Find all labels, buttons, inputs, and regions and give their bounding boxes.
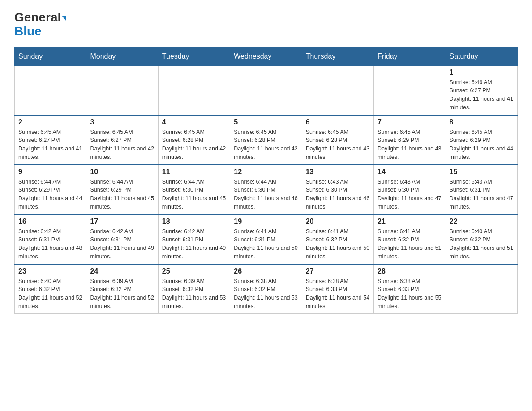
- calendar-cell: [374, 65, 446, 115]
- calendar-cell: [86, 65, 158, 115]
- day-info: Sunrise: 6:45 AMSunset: 6:29 PMDaylight:…: [450, 128, 514, 162]
- day-number: 11: [162, 168, 226, 176]
- calendar-cell: 25Sunrise: 6:39 AMSunset: 6:32 PMDayligh…: [158, 264, 230, 314]
- calendar-cell: [15, 65, 86, 115]
- calendar-cell: 15Sunrise: 6:43 AMSunset: 6:31 PMDayligh…: [446, 165, 517, 214]
- day-info: Sunrise: 6:45 AMSunset: 6:28 PMDaylight:…: [162, 128, 226, 162]
- day-info: Sunrise: 6:45 AMSunset: 6:28 PMDaylight:…: [306, 128, 370, 162]
- day-info: Sunrise: 6:43 AMSunset: 6:30 PMDaylight:…: [306, 178, 370, 211]
- calendar-week-row: 1Sunrise: 6:46 AMSunset: 6:27 PMDaylight…: [15, 65, 518, 115]
- day-number: 3: [90, 118, 154, 126]
- calendar-cell: 16Sunrise: 6:42 AMSunset: 6:31 PMDayligh…: [15, 214, 86, 264]
- calendar-table: SundayMondayTuesdayWednesdayThursdayFrid…: [14, 47, 518, 314]
- calendar-cell: 6Sunrise: 6:45 AMSunset: 6:28 PMDaylight…: [302, 115, 373, 165]
- calendar-cell: [158, 65, 230, 115]
- day-info: Sunrise: 6:44 AMSunset: 6:29 PMDaylight:…: [90, 178, 154, 211]
- calendar-week-row: 2Sunrise: 6:45 AMSunset: 6:27 PMDaylight…: [15, 115, 518, 165]
- day-info: Sunrise: 6:39 AMSunset: 6:32 PMDaylight:…: [162, 277, 226, 311]
- weekday-header-tuesday: Tuesday: [158, 47, 230, 65]
- day-info: Sunrise: 6:38 AMSunset: 6:33 PMDaylight:…: [378, 277, 442, 311]
- day-info: Sunrise: 6:38 AMSunset: 6:33 PMDaylight:…: [306, 277, 370, 311]
- calendar-cell: 7Sunrise: 6:45 AMSunset: 6:29 PMDaylight…: [374, 115, 446, 165]
- day-info: Sunrise: 6:41 AMSunset: 6:32 PMDaylight:…: [306, 227, 370, 261]
- calendar-cell: 24Sunrise: 6:39 AMSunset: 6:32 PMDayligh…: [86, 264, 158, 314]
- calendar-cell: 8Sunrise: 6:45 AMSunset: 6:29 PMDaylight…: [446, 115, 517, 165]
- day-info: Sunrise: 6:45 AMSunset: 6:27 PMDaylight:…: [90, 128, 154, 162]
- day-number: 7: [378, 118, 442, 126]
- day-info: Sunrise: 6:45 AMSunset: 6:28 PMDaylight:…: [234, 128, 298, 162]
- day-number: 22: [450, 218, 514, 226]
- logo-general: General: [14, 11, 66, 25]
- day-info: Sunrise: 6:40 AMSunset: 6:32 PMDaylight:…: [18, 277, 82, 311]
- day-number: 2: [18, 118, 82, 126]
- day-number: 15: [450, 168, 514, 176]
- calendar-cell: 20Sunrise: 6:41 AMSunset: 6:32 PMDayligh…: [302, 214, 373, 264]
- day-info: Sunrise: 6:38 AMSunset: 6:32 PMDaylight:…: [234, 277, 298, 311]
- day-number: 1: [450, 68, 514, 77]
- weekday-header-saturday: Saturday: [446, 47, 517, 65]
- calendar-cell: [230, 65, 302, 115]
- day-number: 8: [450, 118, 514, 126]
- logo: General Blue: [14, 11, 66, 39]
- calendar-cell: 19Sunrise: 6:41 AMSunset: 6:31 PMDayligh…: [230, 214, 302, 264]
- calendar-cell: 2Sunrise: 6:45 AMSunset: 6:27 PMDaylight…: [15, 115, 86, 165]
- calendar-header-row: SundayMondayTuesdayWednesdayThursdayFrid…: [15, 47, 518, 65]
- calendar-cell: 27Sunrise: 6:38 AMSunset: 6:33 PMDayligh…: [302, 264, 373, 314]
- day-number: 27: [306, 267, 370, 275]
- day-number: 17: [90, 218, 154, 226]
- day-number: 24: [90, 267, 154, 275]
- day-info: Sunrise: 6:44 AMSunset: 6:30 PMDaylight:…: [234, 178, 298, 211]
- day-info: Sunrise: 6:42 AMSunset: 6:31 PMDaylight:…: [162, 227, 226, 261]
- calendar-week-row: 23Sunrise: 6:40 AMSunset: 6:32 PMDayligh…: [15, 264, 518, 314]
- calendar-cell: 4Sunrise: 6:45 AMSunset: 6:28 PMDaylight…: [158, 115, 230, 165]
- calendar-cell: [446, 264, 517, 314]
- calendar-cell: 18Sunrise: 6:42 AMSunset: 6:31 PMDayligh…: [158, 214, 230, 264]
- calendar-week-row: 16Sunrise: 6:42 AMSunset: 6:31 PMDayligh…: [15, 214, 518, 264]
- day-number: 18: [162, 218, 226, 226]
- calendar-cell: 9Sunrise: 6:44 AMSunset: 6:29 PMDaylight…: [15, 165, 86, 214]
- day-info: Sunrise: 6:42 AMSunset: 6:31 PMDaylight:…: [90, 227, 154, 261]
- day-number: 14: [378, 168, 442, 176]
- day-number: 12: [234, 168, 298, 176]
- calendar-cell: 1Sunrise: 6:46 AMSunset: 6:27 PMDaylight…: [446, 65, 517, 115]
- calendar-week-row: 9Sunrise: 6:44 AMSunset: 6:29 PMDaylight…: [15, 165, 518, 214]
- day-info: Sunrise: 6:43 AMSunset: 6:30 PMDaylight:…: [378, 178, 442, 211]
- calendar-cell: 17Sunrise: 6:42 AMSunset: 6:31 PMDayligh…: [86, 214, 158, 264]
- day-number: 20: [306, 218, 370, 226]
- calendar-cell: 3Sunrise: 6:45 AMSunset: 6:27 PMDaylight…: [86, 115, 158, 165]
- day-number: 21: [378, 218, 442, 226]
- day-number: 6: [306, 118, 370, 126]
- calendar-cell: 23Sunrise: 6:40 AMSunset: 6:32 PMDayligh…: [15, 264, 86, 314]
- page-header: General Blue: [14, 11, 518, 39]
- calendar-cell: 13Sunrise: 6:43 AMSunset: 6:30 PMDayligh…: [302, 165, 373, 214]
- calendar-cell: 28Sunrise: 6:38 AMSunset: 6:33 PMDayligh…: [374, 264, 446, 314]
- day-info: Sunrise: 6:44 AMSunset: 6:29 PMDaylight:…: [18, 178, 82, 211]
- day-info: Sunrise: 6:44 AMSunset: 6:30 PMDaylight:…: [162, 178, 226, 211]
- weekday-header-thursday: Thursday: [302, 47, 373, 65]
- calendar-cell: 22Sunrise: 6:40 AMSunset: 6:32 PMDayligh…: [446, 214, 517, 264]
- day-info: Sunrise: 6:46 AMSunset: 6:27 PMDaylight:…: [450, 78, 514, 112]
- day-info: Sunrise: 6:41 AMSunset: 6:31 PMDaylight:…: [234, 227, 298, 261]
- calendar-cell: [302, 65, 373, 115]
- day-number: 16: [18, 218, 82, 226]
- day-info: Sunrise: 6:39 AMSunset: 6:32 PMDaylight:…: [90, 277, 154, 311]
- day-number: 13: [306, 168, 370, 176]
- calendar-cell: 11Sunrise: 6:44 AMSunset: 6:30 PMDayligh…: [158, 165, 230, 214]
- weekday-header-wednesday: Wednesday: [230, 47, 302, 65]
- day-number: 28: [378, 267, 442, 275]
- day-number: 26: [234, 267, 298, 275]
- weekday-header-monday: Monday: [86, 47, 158, 65]
- calendar-cell: 12Sunrise: 6:44 AMSunset: 6:30 PMDayligh…: [230, 165, 302, 214]
- weekday-header-sunday: Sunday: [15, 47, 86, 65]
- day-number: 9: [18, 168, 82, 176]
- day-number: 19: [234, 218, 298, 226]
- calendar-cell: 14Sunrise: 6:43 AMSunset: 6:30 PMDayligh…: [374, 165, 446, 214]
- day-info: Sunrise: 6:43 AMSunset: 6:31 PMDaylight:…: [450, 178, 514, 211]
- day-info: Sunrise: 6:40 AMSunset: 6:32 PMDaylight:…: [450, 227, 514, 261]
- day-number: 25: [162, 267, 226, 275]
- day-info: Sunrise: 6:42 AMSunset: 6:31 PMDaylight:…: [18, 227, 82, 261]
- day-info: Sunrise: 6:41 AMSunset: 6:32 PMDaylight:…: [378, 227, 442, 261]
- weekday-header-friday: Friday: [374, 47, 446, 65]
- day-number: 10: [90, 168, 154, 176]
- day-number: 23: [18, 267, 82, 275]
